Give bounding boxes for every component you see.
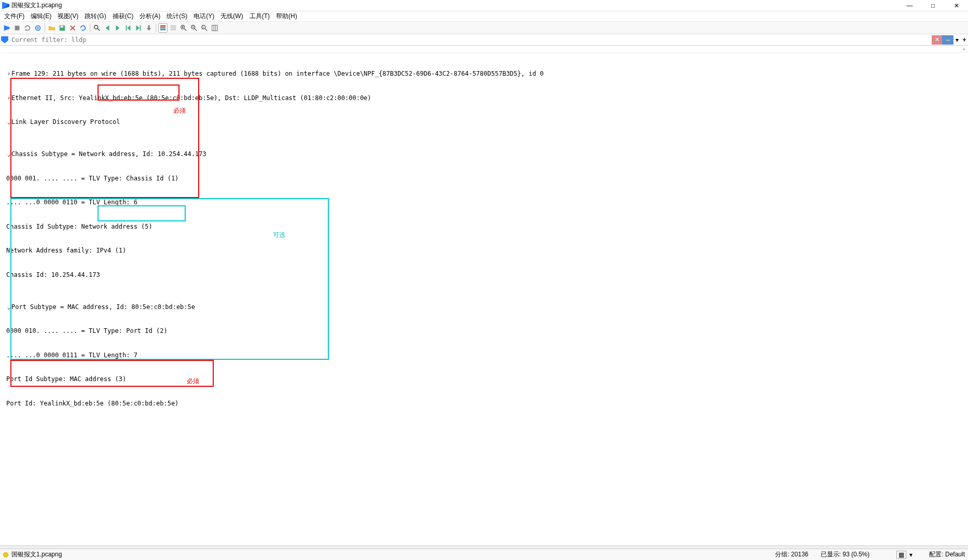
layout-dropdown[interactable]: ▾ [909, 551, 912, 558]
maximize-button[interactable]: □ [921, 0, 945, 11]
annotation-optional-label: 可选 [273, 231, 285, 240]
menu-tools[interactable]: 工具(T) [246, 11, 273, 22]
filter-clear-button[interactable]: ✕ [932, 35, 942, 45]
svg-rect-0 [15, 25, 20, 30]
menu-file[interactable]: 文件(F) [1, 11, 27, 22]
reload-file-icon[interactable] [78, 23, 88, 33]
menu-edit[interactable]: 编辑(E) [27, 11, 54, 22]
tree-port-sub[interactable]: Port Id Subtype: MAC address (3) [0, 375, 968, 384]
tree-port[interactable]: ⌄Port Subtype = MAC address, Id: 80:5e:c… [0, 303, 968, 312]
stop-capture-icon[interactable] [12, 23, 22, 33]
toolbar: 1 [0, 22, 968, 34]
annotation-optional-inner [98, 205, 186, 221]
title-bar: 国银报文1.pcapng — □ ✕ [0, 0, 968, 11]
nocolor-icon[interactable] [169, 23, 178, 33]
zoom-reset-icon[interactable]: 1 [200, 23, 209, 33]
filter-bookmark-icon[interactable] [1, 36, 8, 44]
tree-lldp[interactable]: ⌄Link Layer Discovery Protocol [0, 118, 968, 127]
toolbar-separator [45, 24, 45, 32]
status-bar: 国银报文1.pcapng 分组: 20136 · 已显示: 93 (0.5%) … [0, 549, 968, 560]
svg-rect-7 [160, 25, 166, 26]
tree-port-type[interactable]: 0000 010. .... .... = TLV Type: Port Id … [0, 327, 968, 335]
svg-rect-17 [212, 25, 218, 31]
restart-capture-icon[interactable] [23, 23, 32, 33]
tree-frame[interactable]: ›Frame 129: 211 bytes on wire (1688 bits… [0, 70, 968, 78]
svg-rect-6 [140, 25, 141, 31]
window-title: 国银报文1.pcapng [11, 1, 62, 10]
svg-rect-5 [126, 25, 127, 31]
tree-chassis-id[interactable]: Chassis Id: 10.254.44.173 [0, 271, 968, 279]
resize-columns-icon[interactable] [210, 23, 219, 33]
display-filter-bar: ✕ → ▾ + [0, 34, 968, 46]
save-file-icon[interactable] [58, 23, 67, 33]
autoscroll-icon[interactable] [144, 23, 154, 33]
menu-statistics[interactable]: 统计(S) [163, 11, 190, 22]
svg-rect-11 [171, 27, 176, 29]
svg-text:1: 1 [202, 25, 204, 29]
window-controls: — □ ✕ [898, 0, 968, 11]
find-packet-icon[interactable] [92, 23, 102, 33]
capture-options-icon[interactable] [33, 23, 43, 33]
filter-add-button[interactable]: + [961, 35, 968, 45]
menu-analyze[interactable]: 分析(A) [136, 11, 163, 22]
tree-chassis-sub[interactable]: Chassis Id Subtype: Network address (5) [0, 223, 968, 231]
svg-rect-12 [171, 29, 176, 30]
tree-port-id[interactable]: Port Id: YealinkX_bd:eb:5e (80:5e:c0:bd:… [0, 400, 968, 408]
status-file: 国银报文1.pcapng [11, 550, 62, 559]
open-file-icon[interactable] [47, 23, 57, 33]
menu-bar: 文件(F) 编辑(E) 视图(V) 跳转(G) 捕获(C) 分析(A) 统计(S… [0, 11, 968, 22]
tree-chassis-len[interactable]: .... ...0 0000 0110 = TLV Length: 6 [0, 199, 968, 207]
minimize-button[interactable]: — [898, 0, 921, 11]
tree-chassis-type[interactable]: 0000 001. .... .... = TLV Type: Chassis … [0, 175, 968, 183]
expert-info-icon[interactable] [3, 552, 8, 557]
tree-chassis-fam[interactable]: Network Address family: IPv4 (1) [0, 247, 968, 255]
zoom-out-icon[interactable] [189, 23, 199, 33]
tree-ethernet[interactable]: ›Ethernet II, Src: YealinkX_bd:eb:5e (80… [0, 94, 968, 103]
svg-rect-8 [160, 27, 166, 29]
toolbar-separator [90, 24, 90, 32]
svg-rect-3 [61, 25, 63, 27]
status-packets: 分组: 20136 [775, 550, 808, 559]
svg-point-2 [37, 27, 39, 29]
toolbar-separator [156, 24, 156, 32]
zoom-in-icon[interactable] [179, 23, 188, 33]
status-profile[interactable]: 配置: Default [929, 550, 965, 559]
display-filter-input[interactable] [9, 35, 932, 45]
layout-icon[interactable]: ▦ [896, 551, 906, 559]
filter-apply-button[interactable]: → [942, 35, 953, 45]
close-file-icon[interactable] [68, 23, 77, 33]
annotation-required-label-1: 必须 [173, 107, 186, 115]
packet-list-collapsed[interactable]: › [0, 46, 968, 53]
close-button[interactable]: ✕ [945, 0, 968, 11]
packet-details-pane[interactable]: ›Frame 129: 211 bytes on wire (1688 bits… [0, 53, 968, 416]
menu-capture[interactable]: 捕获(C) [109, 11, 137, 22]
wireshark-icon [2, 2, 9, 9]
filter-history-dropdown[interactable]: ▾ [953, 35, 961, 45]
colorize-icon[interactable] [158, 23, 168, 33]
go-prev-icon[interactable] [103, 23, 112, 33]
menu-help[interactable]: 帮助(H) [273, 11, 300, 22]
tree-port-len[interactable]: .... ...0 0000 0111 = TLV Length: 7 [0, 352, 968, 360]
status-displayed: 已显示: 93 (0.5%) [821, 550, 870, 559]
go-next-icon[interactable] [113, 23, 122, 33]
svg-rect-9 [160, 29, 166, 30]
svg-point-4 [94, 25, 98, 29]
menu-view[interactable]: 视图(V) [54, 11, 81, 22]
menu-wireless[interactable]: 无线(W) [217, 11, 246, 22]
menu-telephony[interactable]: 电话(Y) [190, 11, 217, 22]
go-last-icon[interactable] [134, 23, 143, 33]
go-first-icon[interactable] [123, 23, 133, 33]
menu-go[interactable]: 跳转(G) [81, 11, 109, 22]
start-capture-icon[interactable] [2, 23, 11, 33]
svg-rect-10 [171, 25, 176, 26]
tree-chassis[interactable]: ⌄Chassis Subtype = Network address, Id: … [0, 150, 968, 159]
